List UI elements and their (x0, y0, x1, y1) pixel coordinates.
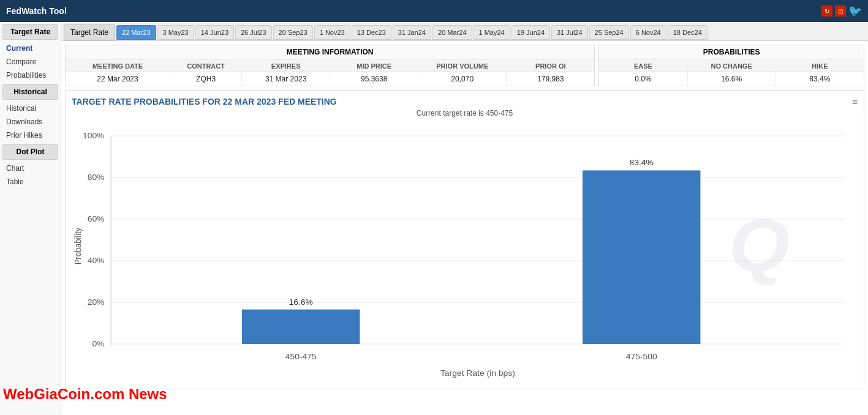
svg-text:Target Rate (in bps): Target Rate (in bps) (440, 368, 515, 377)
val-prior-volume: 20,070 (421, 73, 504, 84)
probabilities-box: PROBABILITIES EASE NO CHANGE HIKE 0.0% 1… (598, 45, 864, 86)
sidebar-item-probabilities[interactable]: Probabilities (0, 69, 61, 82)
svg-text:16.6%: 16.6% (289, 297, 313, 306)
dot-plot-button[interactable]: Dot Plot (2, 144, 58, 160)
val-hike: 83.4% (779, 73, 861, 84)
val-expires: 31 Mar 2023 (244, 73, 327, 84)
tab-date-2[interactable]: 14 Jun23 (195, 25, 234, 40)
bar-1 (242, 310, 360, 344)
sidebar-item-chart[interactable]: Chart (0, 162, 61, 175)
tab-date-6[interactable]: 13 Dec23 (352, 25, 391, 40)
topbar-icons: ↻ ⊡ 🐦 (821, 4, 862, 18)
tab-date-4[interactable]: 20 Sep23 (273, 25, 313, 40)
main-content: Target Rate 22 Mar233 May2314 Jun2326 Ju… (61, 22, 868, 415)
col-mid-price: MID PRICE (333, 61, 415, 70)
chart-subtitle: Current target rate is 450-475 (72, 109, 858, 118)
sidebar-item-historical[interactable]: Historical (0, 102, 61, 115)
val-meeting-date: 22 Mar 2023 (68, 73, 167, 84)
sidebar-item-table[interactable]: Table (0, 175, 61, 189)
app-title: FedWatch Tool (6, 6, 67, 16)
tab-date-14[interactable]: 18 Dec24 (668, 25, 708, 40)
tab-date-12[interactable]: 25 Sep24 (589, 25, 629, 40)
col-expires: EXPIRES (244, 61, 327, 70)
meeting-info-box: MEETING INFORMATION MEETING DATE CONTRAC… (65, 45, 595, 86)
col-contract: CONTRACT (173, 61, 239, 70)
svg-text:Q: Q (729, 204, 790, 286)
tabbar: Target Rate 22 Mar233 May2314 Jun2326 Ju… (61, 22, 868, 41)
val-ease: 0.0% (602, 73, 684, 84)
col-no-change: NO CHANGE (690, 61, 773, 70)
sidebar-item-downloads[interactable]: Downloads (0, 115, 61, 129)
tab-date-9[interactable]: 1 May24 (474, 25, 510, 40)
sidebar-item-prior-hikes[interactable]: Prior Hikes (0, 129, 61, 142)
chart-menu-icon[interactable]: ≡ (852, 97, 858, 108)
col-hike: HIKE (779, 61, 861, 70)
layout: Target Rate Current Compare Probabilitie… (0, 22, 868, 415)
val-no-change: 16.6% (690, 73, 773, 84)
tab-date-11[interactable]: 31 Jul24 (551, 25, 588, 40)
col-prior-oi: PRIOR OI (509, 61, 592, 70)
tab-date-5[interactable]: 1 Nov23 (314, 25, 350, 40)
sidebar-item-current[interactable]: Current (0, 42, 61, 55)
svg-text:Probability: Probability (74, 227, 83, 264)
svg-text:40%: 40% (88, 256, 105, 264)
svg-text:450-475: 450-475 (285, 352, 317, 361)
tab-date-13[interactable]: 6 Nov24 (630, 25, 666, 40)
tab-date-3[interactable]: 26 Jul23 (235, 25, 272, 40)
tab-date-7[interactable]: 31 Jan24 (393, 25, 431, 40)
svg-text:20%: 20% (88, 297, 105, 306)
col-meeting-date: MEETING DATE (68, 61, 167, 70)
sidebar: Target Rate Current Compare Probabilitie… (0, 22, 61, 415)
sidebar-item-compare[interactable]: Compare (0, 55, 61, 69)
watermark-text: WebGiaCoin.com News (3, 386, 167, 403)
chart-title: TARGET RATE PROBABILITIES FOR 22 MAR 202… (72, 97, 858, 107)
svg-text:83.4%: 83.4% (629, 158, 653, 166)
tab-target-rate[interactable]: Target Rate (64, 24, 115, 40)
svg-text:60%: 60% (88, 214, 105, 223)
tab-date-1[interactable]: 3 May23 (157, 25, 194, 40)
tab-date-8[interactable]: 20 Mar24 (432, 25, 472, 40)
settings-icon[interactable]: ⊡ (835, 6, 846, 17)
svg-text:0%: 0% (92, 339, 104, 348)
col-prior-volume: PRIOR VOLUME (421, 61, 504, 70)
meeting-info-title: MEETING INFORMATION (66, 45, 594, 59)
tab-date-10[interactable]: 19 Jun24 (511, 25, 550, 40)
twitter-icon[interactable]: 🐦 (848, 4, 862, 18)
info-row: MEETING INFORMATION MEETING DATE CONTRAC… (65, 45, 864, 86)
svg-text:100%: 100% (83, 131, 105, 140)
refresh-icon[interactable]: ↻ (821, 6, 832, 17)
col-ease: EASE (602, 61, 684, 70)
content-area: MEETING INFORMATION MEETING DATE CONTRAC… (61, 41, 868, 415)
date-tabs: 22 Mar233 May2314 Jun2326 Jul2320 Sep231… (116, 25, 709, 40)
svg-text:80%: 80% (88, 173, 105, 181)
chart-container: TARGET RATE PROBABILITIES FOR 22 MAR 202… (65, 90, 864, 389)
val-contract: ZQH3 (173, 73, 239, 84)
bar-2 (583, 170, 700, 344)
historical-section-button[interactable]: Historical (2, 84, 58, 100)
val-mid-price: 95.3638 (333, 73, 415, 84)
chart-svg: 100% 80% 60% 40% 20% 0% Probability Q 1 (72, 124, 858, 381)
svg-text:475-500: 475-500 (626, 352, 657, 361)
tab-date-0[interactable]: 22 Mar23 (116, 25, 156, 40)
target-rate-button[interactable]: Target Rate (2, 24, 58, 40)
probabilities-title: PROBABILITIES (599, 45, 864, 59)
val-prior-oi: 179,983 (509, 73, 592, 84)
topbar: FedWatch Tool ↻ ⊡ 🐦 (0, 0, 868, 22)
